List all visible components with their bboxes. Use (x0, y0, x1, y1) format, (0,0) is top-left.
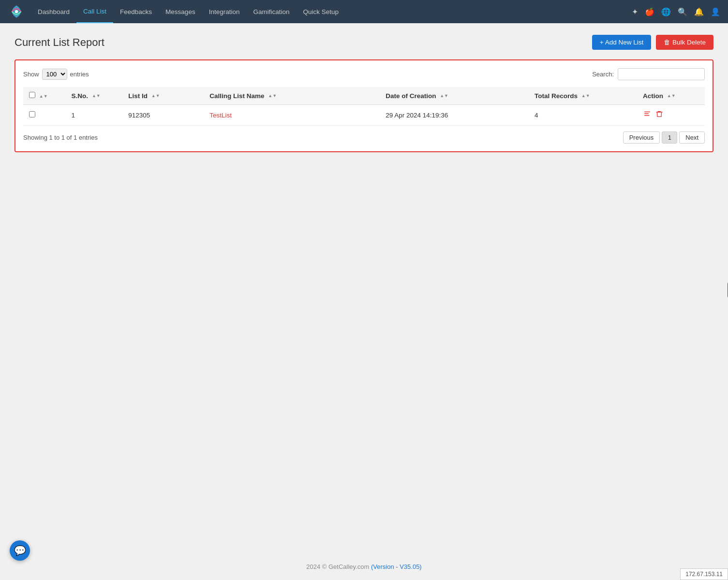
page-title: Current List Report (15, 36, 104, 49)
header-action[interactable]: Action ▲▼ (637, 87, 705, 105)
header-sno[interactable]: S.No. ▲▼ (66, 87, 123, 105)
page-number[interactable]: 1 (662, 131, 677, 144)
row-checkbox[interactable] (29, 111, 35, 117)
table-controls: Show 100 10 25 50 entries Search: (23, 68, 705, 80)
page-header: Current List Report + Add New List 🗑 Bul… (15, 35, 713, 50)
header-checkbox-col: ▲▼ (23, 87, 66, 105)
header-list-id[interactable]: List Id ▲▼ (122, 87, 204, 105)
nav-gamification[interactable]: Gamification (246, 0, 296, 23)
nav-integration[interactable]: Integration (202, 0, 247, 23)
show-entries: Show 100 10 25 50 entries (23, 69, 89, 80)
bell-icon[interactable]: 🔔 (694, 7, 704, 16)
nav-feedbacks[interactable]: Feedbacks (113, 0, 159, 23)
showing-entries-text: Showing 1 to 1 of 1 entries (23, 134, 98, 141)
entries-select[interactable]: 100 10 25 50 (42, 69, 67, 80)
next-button[interactable]: Next (679, 131, 705, 144)
main-content: Current List Report + Add New List 🗑 Bul… (0, 23, 728, 164)
apple-icon[interactable]: 🍎 (645, 7, 654, 16)
table-header-row: ▲▼ S.No. ▲▼ List Id ▲▼ Calling List Name… (23, 87, 705, 105)
table-card: Show 100 10 25 50 entries Search: (15, 59, 713, 152)
totalrecords-sort-arrows[interactable]: ▲▼ (581, 94, 590, 98)
delete-icon[interactable] (655, 110, 663, 120)
previous-button[interactable]: Previous (623, 131, 660, 144)
row-total-records: 4 (529, 105, 637, 126)
select-all-checkbox[interactable] (29, 92, 35, 98)
nav-call-list[interactable]: Call List (76, 0, 113, 23)
header-buttons: + Add New List 🗑 Bulk Delete (592, 35, 713, 50)
star-icon[interactable]: ✦ (632, 7, 638, 16)
entries-label: entries (70, 71, 89, 78)
list-name-link[interactable]: TestList (209, 112, 232, 119)
data-table: ▲▼ S.No. ▲▼ List Id ▲▼ Calling List Name… (23, 87, 705, 126)
nav-dashboard[interactable]: Dashboard (31, 0, 76, 23)
row-list-name: TestList (204, 105, 380, 126)
page-footer: 2024 © GetCalley.com (Version - V35.05) (0, 553, 728, 580)
navbar-right: ✦ 🍎 🌐 🔍 🔔 👤 (632, 7, 720, 16)
search-area: Search: (592, 68, 705, 80)
header-list-name[interactable]: Calling List Name ▲▼ (204, 87, 380, 105)
version-link[interactable]: (Version - V35.05) (371, 563, 422, 570)
user-icon[interactable]: 👤 (711, 7, 720, 16)
row-checkbox-cell (23, 105, 66, 126)
search-label: Search: (592, 71, 614, 78)
ip-badge: 172.67.153.11 (680, 568, 728, 580)
datecreation-sort-arrows[interactable]: ▲▼ (440, 94, 448, 98)
table-footer: Showing 1 to 1 of 1 entries Previous 1 N… (23, 131, 705, 144)
globe-icon[interactable]: 🌐 (661, 7, 671, 16)
sno-sort-arrows[interactable]: ▲▼ (92, 94, 101, 98)
nav-quick-setup[interactable]: Quick Setup (296, 0, 345, 23)
pagination: Previous 1 Next (623, 131, 705, 144)
svg-point-1 (15, 10, 18, 13)
nav-links: Dashboard Call List Feedbacks Messages I… (31, 0, 632, 23)
bulk-delete-button[interactable]: 🗑 Bulk Delete (656, 35, 713, 50)
row-date-creation: 29 Apr 2024 14:19:36 (380, 105, 529, 126)
action-icons (643, 110, 699, 120)
action-sort-arrows[interactable]: ▲▼ (667, 94, 676, 98)
row-sno: 1 (66, 105, 123, 126)
view-list-icon[interactable] (643, 110, 652, 120)
listid-sort-arrows[interactable]: ▲▼ (151, 94, 160, 98)
svg-rect-3 (644, 114, 649, 115)
row-action (637, 105, 705, 126)
nav-messages[interactable]: Messages (159, 0, 202, 23)
row-list-id: 912305 (122, 105, 204, 126)
add-new-list-button[interactable]: + Add New List (592, 35, 651, 50)
listname-sort-arrows[interactable]: ▲▼ (268, 94, 277, 98)
copyright-text: 2024 © GetCalley.com (306, 563, 369, 570)
header-total-records[interactable]: Total Records ▲▼ (529, 87, 637, 105)
sno-sort[interactable]: ▲▼ (39, 94, 48, 99)
svg-rect-2 (644, 112, 650, 113)
table-row: 1 912305 TestList 29 Apr 2024 14:19:36 4 (23, 105, 705, 126)
header-date-creation[interactable]: Date of Creation ▲▼ (380, 87, 529, 105)
chat-widget[interactable]: 💬 (10, 540, 30, 561)
app-logo[interactable] (8, 3, 25, 20)
navbar: Dashboard Call List Feedbacks Messages I… (0, 0, 728, 23)
search-input[interactable] (618, 68, 705, 80)
svg-rect-4 (644, 115, 650, 116)
show-label: Show (23, 71, 39, 78)
search-icon[interactable]: 🔍 (678, 7, 687, 16)
